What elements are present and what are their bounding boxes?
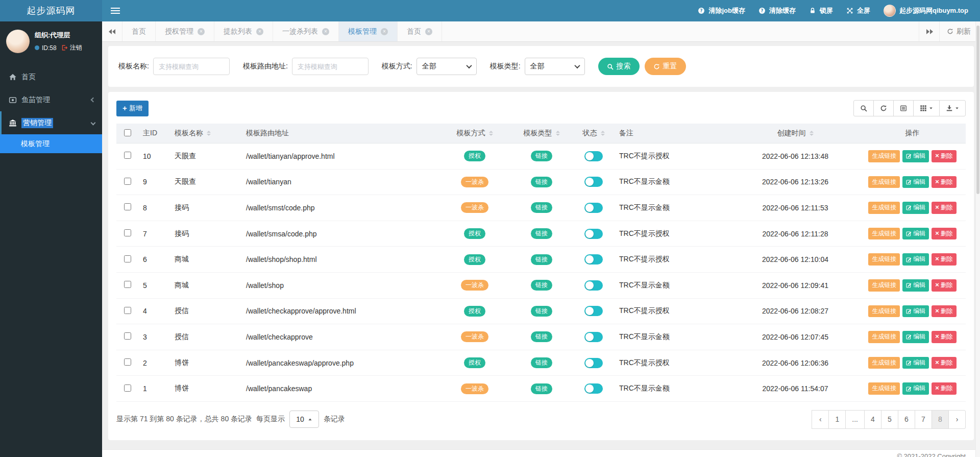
sidebar-menu-item[interactable]: 营销管理	[0, 111, 102, 134]
template-route-input[interactable]	[292, 58, 369, 75]
row-checkbox[interactable]	[124, 332, 131, 340]
generate-link-button[interactable]: 生成链接	[868, 202, 900, 214]
column-header[interactable]: 模板路由地址	[242, 124, 438, 143]
page-button[interactable]: ›	[948, 410, 966, 429]
edit-button[interactable]: 编辑	[902, 331, 929, 343]
edit-button[interactable]: 编辑	[902, 228, 929, 240]
column-header[interactable]: 模板方式	[438, 124, 511, 143]
scrollbar-thumb[interactable]	[976, 26, 979, 194]
tab[interactable]: 首页	[398, 21, 442, 41]
search-button[interactable]: 搜索	[598, 58, 640, 75]
navbar-menu-item[interactable]: 锁屏	[802, 0, 840, 21]
generate-link-button[interactable]: 生成链接	[868, 253, 900, 266]
tab-close-icon[interactable]	[198, 28, 205, 35]
tab[interactable]: 提款列表	[214, 21, 273, 41]
generate-link-button[interactable]: 生成链接	[868, 305, 900, 318]
tab[interactable]: 授权管理	[156, 21, 214, 41]
column-header[interactable]: 创建时间	[731, 124, 859, 143]
reset-button[interactable]: 重置	[645, 58, 686, 75]
status-toggle[interactable]	[584, 203, 603, 213]
generate-link-button[interactable]: 生成链接	[868, 176, 900, 188]
edit-button[interactable]: 编辑	[902, 176, 929, 188]
add-button[interactable]: 新增	[116, 101, 149, 116]
generate-link-button[interactable]: 生成链接	[868, 228, 900, 240]
page-button[interactable]: 8	[932, 410, 949, 429]
sidebar-toggle-button[interactable]	[102, 0, 129, 21]
table-refresh-button[interactable]	[873, 100, 894, 116]
sidebar-menu-item[interactable]: 首页	[0, 65, 102, 88]
sidebar-submenu-item[interactable]: 模板管理	[0, 134, 102, 153]
generate-link-button[interactable]: 生成链接	[868, 279, 900, 292]
status-toggle[interactable]	[584, 358, 603, 368]
row-checkbox[interactable]	[124, 358, 131, 366]
edit-button[interactable]: 编辑	[902, 357, 929, 369]
delete-button[interactable]: 删除	[932, 357, 957, 369]
delete-button[interactable]: 删除	[932, 382, 957, 395]
page-button[interactable]: 4	[864, 410, 881, 429]
sort-icon[interactable]	[489, 131, 493, 136]
column-header[interactable]: 模板名称	[170, 124, 242, 143]
tab-close-icon[interactable]	[425, 28, 432, 35]
column-header[interactable]: 模板类型	[511, 124, 572, 143]
tab[interactable]: 首页	[122, 21, 156, 41]
sort-icon[interactable]	[556, 131, 560, 136]
column-header[interactable]: 主ID	[139, 124, 170, 143]
page-button[interactable]: ...	[845, 410, 865, 429]
template-type-select[interactable]: 全部	[525, 58, 585, 75]
edit-button[interactable]: 编辑	[902, 253, 929, 266]
tab[interactable]: 一波杀列表	[273, 21, 339, 41]
row-checkbox[interactable]	[124, 384, 131, 392]
app-logo[interactable]: 起步源码网	[0, 0, 102, 21]
delete-button[interactable]: 删除	[932, 253, 957, 266]
status-toggle[interactable]	[584, 177, 603, 187]
status-toggle[interactable]	[584, 332, 603, 342]
tabs-scroll-left-button[interactable]	[102, 21, 122, 41]
navbar-menu-item[interactable]: 起步源码网qibuym.top	[877, 0, 975, 21]
scrollbar-track[interactable]	[975, 21, 980, 457]
generate-link-button[interactable]: 生成链接	[868, 382, 900, 395]
template-name-input[interactable]	[153, 58, 230, 75]
tab-refresh-button[interactable]: 刷新	[939, 21, 980, 41]
row-checkbox[interactable]	[124, 152, 131, 159]
delete-button[interactable]: 删除	[932, 176, 957, 188]
status-toggle[interactable]	[584, 229, 603, 239]
select-all-checkbox[interactable]	[124, 129, 131, 136]
page-button[interactable]: 7	[915, 410, 932, 429]
tabs-scroll-right-button[interactable]	[919, 21, 939, 41]
delete-button[interactable]: 删除	[932, 279, 957, 292]
page-button[interactable]: 5	[881, 410, 898, 429]
generate-link-button[interactable]: 生成链接	[868, 357, 900, 369]
edit-button[interactable]: 编辑	[902, 279, 929, 292]
row-checkbox[interactable]	[124, 229, 131, 236]
tab-close-icon[interactable]	[322, 28, 329, 35]
page-button[interactable]: 1	[828, 410, 846, 429]
navbar-menu-item[interactable]: 全屏	[840, 0, 877, 21]
export-button[interactable]	[939, 100, 966, 116]
page-size-select[interactable]: 10	[289, 411, 319, 428]
delete-button[interactable]: 删除	[932, 228, 957, 240]
status-toggle[interactable]	[584, 280, 603, 291]
page-button[interactable]: ‹	[812, 410, 829, 429]
sidebar-menu-item[interactable]: 鱼苗管理	[0, 88, 102, 111]
row-checkbox[interactable]	[124, 255, 131, 262]
edit-button[interactable]: 编辑	[902, 202, 929, 214]
tab-close-icon[interactable]	[256, 28, 263, 35]
delete-button[interactable]: 删除	[932, 150, 957, 162]
status-toggle[interactable]	[584, 151, 603, 161]
delete-button[interactable]: 删除	[932, 202, 957, 214]
navbar-menu-item[interactable]: 清除job缓存	[691, 0, 752, 21]
status-toggle[interactable]	[584, 383, 603, 394]
status-toggle[interactable]	[584, 254, 603, 264]
page-button[interactable]: 6	[898, 410, 915, 429]
generate-link-button[interactable]: 生成链接	[868, 150, 900, 162]
table-search-button[interactable]	[853, 100, 874, 116]
row-checkbox[interactable]	[124, 178, 131, 185]
column-header[interactable]: 操作	[859, 124, 966, 143]
navbar-menu-item[interactable]: 清除缓存	[752, 0, 802, 21]
sort-icon[interactable]	[207, 131, 211, 136]
toggle-view-button[interactable]	[893, 100, 914, 116]
row-checkbox[interactable]	[124, 203, 131, 210]
row-checkbox[interactable]	[124, 281, 131, 288]
logout-button[interactable]: 注销	[61, 43, 82, 52]
tab-close-icon[interactable]	[381, 28, 388, 35]
